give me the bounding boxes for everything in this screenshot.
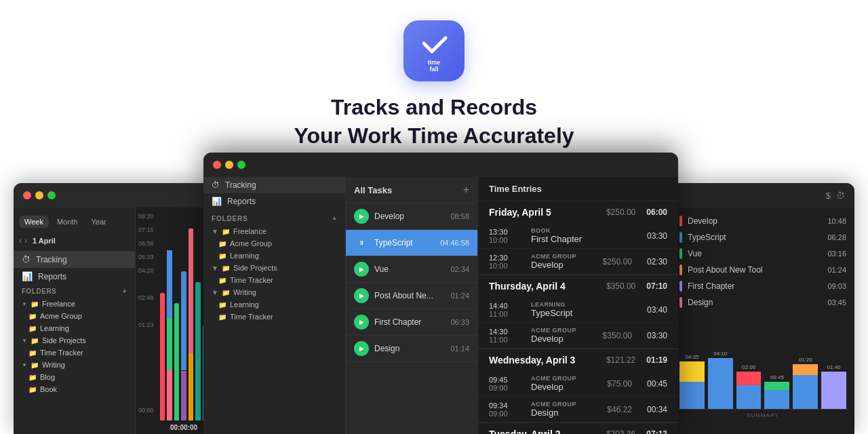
sidebar-item-tracking-left[interactable]: ⏱ Tracking: [14, 251, 135, 268]
folders-add-left[interactable]: +: [123, 288, 127, 295]
day-title-friday: Friday, April 5: [489, 207, 551, 218]
tl-green-left[interactable]: [47, 191, 56, 199]
entry-end: 10:00: [489, 236, 523, 244]
dollar-icon[interactable]: $: [826, 191, 831, 201]
task-info-develop: Develop: [374, 212, 445, 221]
entry-tag: LEARNING: [531, 301, 587, 308]
day-group-friday: Friday, April 5 $250.00 06:00 13:30 10:0…: [478, 201, 678, 275]
right-panel: $ ⏱ Develop 10:48 TypeScript 06:28 Vue: [671, 183, 854, 434]
folder-writing[interactable]: ▼ 📁 Writing: [203, 286, 345, 298]
folders-add-btn[interactable]: +: [332, 215, 337, 222]
tab-year[interactable]: Year: [86, 216, 112, 228]
prev-arrow[interactable]: ‹: [19, 236, 22, 245]
task-item-typescript[interactable]: ⏸ TypeScript 04:46:58: [346, 230, 477, 256]
folder-sideprojects[interactable]: ▼ 📁 Side Projects: [203, 262, 345, 274]
folder-icon: 📁: [218, 277, 226, 284]
tracking-icon: ⏱: [212, 180, 220, 190]
task-play-vue[interactable]: ▶: [354, 262, 369, 277]
folder-label: Time Tracker: [230, 313, 273, 321]
entry-details: ACME GROUP Develop: [531, 253, 587, 270]
tl-red-main[interactable]: [213, 161, 221, 169]
folder-writing-timetracker[interactable]: 📁 Time Tracker: [203, 311, 345, 323]
task-play-design[interactable]: ▶: [354, 341, 369, 356]
entry-wednesday-2[interactable]: 09:34 09:00 ACME GROUP Design $46.22 00:…: [478, 397, 678, 422]
entry-time-range: 09:45 09:00: [489, 376, 523, 392]
folders-header-left: FOLDERS +: [14, 285, 135, 298]
day-meta-friday: $250.00 06:00: [606, 208, 667, 217]
clock-icon[interactable]: ⏱: [836, 191, 845, 201]
tab-month[interactable]: Month: [52, 216, 83, 228]
folder-icon: 📁: [218, 240, 226, 248]
folder-writing-left[interactable]: ▼ 📁 Writing: [14, 359, 135, 371]
entry-time-range: 09:34 09:00: [489, 401, 523, 418]
traffic-lights-left: [23, 191, 56, 199]
entries-panel: Time Entries Friday, April 5 $250.00 06:…: [478, 177, 678, 434]
task-item-vue[interactable]: ▶ Vue 02:34: [346, 256, 477, 283]
task-item-develop[interactable]: ▶ Develop 08:58: [346, 203, 477, 230]
folder-label: Time Tracker: [230, 276, 273, 284]
bar-6: [195, 282, 200, 420]
bar-seg-5b: [793, 375, 818, 409]
task-info-design: Design: [374, 344, 445, 353]
entry-end: 11:00: [489, 336, 523, 344]
task-item-design[interactable]: ▶ Design 01:14: [346, 336, 477, 362]
folder-learning-left[interactable]: 📁 Learning: [14, 322, 135, 334]
folder-acme-left[interactable]: 📁 Acme Group: [14, 310, 135, 322]
folder-icon: 📁: [218, 252, 226, 260]
task-info-firstchapter: First Chapter: [374, 317, 445, 327]
entry-wednesday-1[interactable]: 09:45 09:00 ACME GROUP Develop $75.00 00…: [478, 371, 678, 397]
day-money-tuesday: $203.36: [606, 429, 635, 434]
folder-label: Side Projects: [42, 336, 86, 344]
sidebar-item-reports-left[interactable]: 📊 Reports: [14, 268, 135, 285]
tl-yellow-main[interactable]: [225, 161, 233, 169]
app-icon: timefall: [403, 20, 465, 81]
tasks-add-btn[interactable]: +: [463, 184, 469, 196]
task-play-typescript[interactable]: ⏸: [354, 235, 369, 250]
tl-red-left[interactable]: [23, 191, 31, 199]
sidebar-item-reports[interactable]: 📊 Reports: [203, 193, 345, 210]
summary-name-develop: Develop: [688, 216, 822, 226]
summary-bars-section: 04:35 04:10 02:00: [671, 316, 854, 427]
bar-seg-4b: [764, 390, 789, 409]
folder-timetracker[interactable]: 📁 Time Tracker: [203, 274, 345, 286]
bar-seg-1b: [679, 382, 705, 409]
task-time-vue: 02:34: [450, 265, 469, 273]
screenshots-section: Week Month Year ‹ › 1 April ⏱ Tracking 📊…: [0, 153, 868, 434]
task-name-develop: Develop: [374, 212, 445, 221]
tab-week[interactable]: Week: [19, 216, 49, 228]
bar-seg-3a: [736, 372, 762, 385]
folder-freelance-left[interactable]: ▼ 📁 Freelance: [14, 298, 135, 310]
day-header-friday: Friday, April 5 $250.00 06:00: [478, 201, 678, 223]
folder-freelance[interactable]: ▼ 📁 Freelance: [203, 225, 345, 237]
task-play-firstchapter[interactable]: ▶: [354, 315, 369, 330]
left-nav-arrows: ‹ › 1 April: [14, 236, 135, 245]
entry-duration: 03:40: [640, 305, 667, 315]
entry-duration: 00:34: [640, 405, 667, 414]
next-arrow[interactable]: ›: [24, 236, 27, 245]
task-item-postabout[interactable]: ▶ Post About Ne... 01:24: [346, 283, 477, 309]
folder-writing-learning[interactable]: 📁 Learning: [203, 298, 345, 311]
entry-friday-2[interactable]: 12:30 10:00 ACME GROUP Develop $250.00 0…: [478, 249, 678, 275]
day-time-wednesday: 01:19: [646, 355, 667, 365]
folder-learning[interactable]: 📁 Learning: [203, 250, 345, 262]
hero-title-line2: Your Work Time Accurately: [0, 122, 868, 151]
task-play-postabout[interactable]: ▶: [354, 288, 369, 303]
folder-icon: 📁: [222, 264, 230, 272]
task-play-develop[interactable]: ▶: [354, 209, 369, 224]
entry-friday-1[interactable]: 13:30 10:00 BOOK First Chapter 03:30: [478, 223, 678, 249]
entry-thursday-2[interactable]: 14:30 11:00 ACME GROUP Develop $350.00 0…: [478, 323, 678, 349]
tl-green-main[interactable]: [237, 161, 245, 169]
folder-acme[interactable]: 📁 Acme Group: [203, 237, 345, 250]
task-item-firstchapter[interactable]: ▶ First Chapter 06:33: [346, 309, 477, 336]
sidebar-item-tracking[interactable]: ⏱ Tracking: [203, 177, 345, 193]
folder-book-left[interactable]: 📁 Book: [14, 383, 135, 395]
task-name-vue: Vue: [374, 264, 445, 274]
tl-yellow-left[interactable]: [35, 191, 43, 199]
entry-thursday-1[interactable]: 14:40 11:00 LEARNING TypeScript 03:40: [478, 297, 678, 323]
folder-blog-left[interactable]: 📁 Blog: [14, 371, 135, 383]
bar-2: [167, 250, 172, 420]
folder-timetracker-left[interactable]: 📁 Time Tracker: [14, 347, 135, 359]
summary-footer: SUMMARY: [677, 410, 849, 421]
app-icon-svg: [417, 28, 451, 62]
folder-sideprojects-left[interactable]: ▼ 📁 Side Projects: [14, 334, 135, 347]
